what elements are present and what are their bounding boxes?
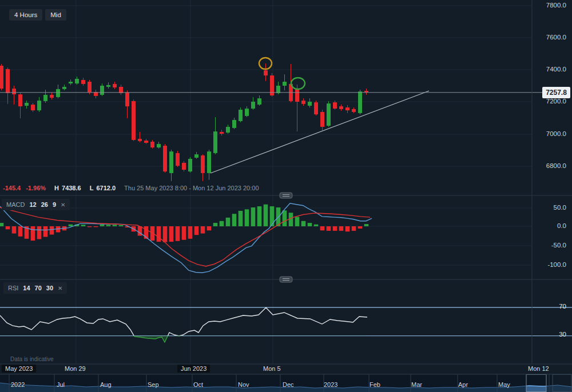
- chart-canvas[interactable]: [0, 0, 572, 392]
- navigator-month-label: Oct: [193, 381, 203, 388]
- price-axis-label: 6800.0: [532, 162, 566, 169]
- high-value: 7438.6: [62, 185, 81, 191]
- macd-param-slow: 26: [41, 201, 48, 208]
- macd-axis-label: -100.0: [532, 261, 566, 268]
- price-axis-label: 7600.0: [532, 34, 566, 41]
- rsi-line-below-30: [0, 307, 367, 342]
- date-axis-label: Mon 12: [528, 365, 549, 372]
- macd-axis-label: -50.0: [532, 242, 566, 249]
- price-axis-label: 7400.0: [532, 66, 566, 73]
- change-value: -145.4: [3, 185, 21, 191]
- navigator-month-label: Nov: [238, 381, 249, 388]
- low-label: L: [90, 185, 94, 191]
- rsi-param-period: 14: [23, 285, 30, 291]
- price-axis-label: 7200.0: [532, 98, 566, 105]
- rsi-indicator-box[interactable]: RSI 14 70 30 ✕: [3, 282, 67, 294]
- navigator-month-label: Jul: [57, 381, 65, 388]
- interval-button[interactable]: 4 Hours: [9, 9, 42, 21]
- price-axis-label: 7000.0: [532, 130, 566, 137]
- price-type-button[interactable]: Mid: [45, 9, 66, 21]
- rsi-close-icon[interactable]: ✕: [58, 285, 62, 291]
- macd-title: MACD: [6, 201, 25, 208]
- date-axis-label: May 2023: [2, 365, 36, 373]
- macd-param-fast: 12: [29, 201, 36, 208]
- navigator-month-label: Apr: [458, 381, 468, 388]
- date-axis-label: Mon 29: [65, 365, 86, 372]
- rsi-param-oversold: 30: [46, 285, 53, 291]
- date-axis-label: Jun 2023: [177, 365, 210, 373]
- rsi-oversold-fill: [0, 307, 367, 342]
- pane-resize-handle[interactable]: [280, 277, 292, 282]
- pane-resize-handle[interactable]: [280, 193, 292, 198]
- current-price-badge: 7257.8: [542, 87, 570, 98]
- navigator-month-label: Feb: [370, 381, 380, 388]
- navigator-month-label: 2022: [11, 381, 25, 388]
- high-label: H: [54, 185, 59, 191]
- price-axis-label: 7800.0: [532, 2, 566, 9]
- rsi-line: [0, 307, 367, 342]
- gridlines: [0, 0, 532, 364]
- macd-axis-label: 0.0: [532, 222, 566, 229]
- low-value: 6712.0: [96, 185, 116, 191]
- trading-chart-app: 4 Hours Mid -145.4 -1.96% H 7438.6 L 671…: [0, 0, 572, 392]
- rsi-axis-label: 70: [532, 303, 566, 310]
- trendline-annotation[interactable]: [210, 91, 429, 173]
- macd-axis-label: 50.0: [532, 204, 566, 211]
- signal-circle-green[interactable]: [291, 78, 305, 89]
- navigator-month-label: Mar: [411, 381, 422, 388]
- macd-indicator-box[interactable]: MACD 12 26 9 ✕: [2, 199, 70, 210]
- candlestick-series[interactable]: [0, 63, 368, 181]
- data-indicative-watermark: Data is indicative: [10, 356, 54, 362]
- navigator-month-label: May: [498, 381, 510, 388]
- navigator-month-label: 2023: [324, 381, 337, 388]
- rsi-title: RSI: [8, 285, 18, 291]
- navigator-future-box: [553, 375, 571, 392]
- chart-toolbar: 4 Hours Mid: [9, 9, 66, 21]
- macd-close-icon[interactable]: ✕: [61, 202, 65, 208]
- change-percent: -1.96%: [26, 185, 46, 191]
- navigator-month-label: Sep: [148, 381, 159, 388]
- rsi-axis-label: 30: [532, 331, 566, 338]
- macd-pane[interactable]: [0, 203, 372, 273]
- price-status-bar: -145.4 -1.96% H 7438.6 L 6712.0 Thu 25 M…: [3, 185, 259, 191]
- navigator-month-label: Dec: [283, 381, 294, 388]
- navigator-month-label: Aug: [100, 381, 112, 388]
- rsi-param-overbought: 70: [35, 285, 42, 291]
- date-axis-label: Mon 5: [263, 365, 281, 372]
- macd-param-signal: 9: [53, 201, 56, 208]
- date-range: Thu 25 May 2023 8:00 - Mon 12 Jun 2023 2…: [124, 185, 259, 191]
